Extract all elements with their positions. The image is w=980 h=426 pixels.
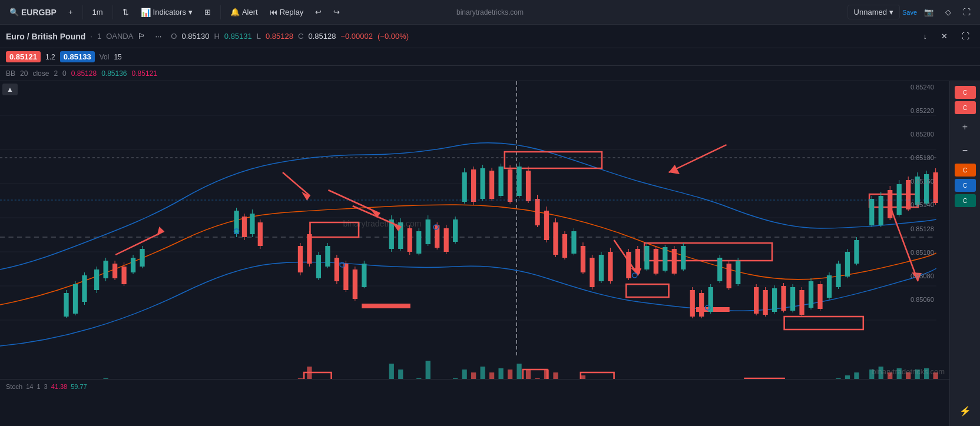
stoch-panel: Stoch 14 1 3 41.38 59.77 [0,379,949,426]
price-bar-right: ↓ ✕ ⛶ [919,29,975,43]
sidebar-bottom: ⚡ [955,400,976,421]
camera-button[interactable]: 📷 [919,5,938,19]
bb-mult: 2 [54,69,58,78]
redo-button[interactable]: ↪ [329,5,345,19]
svg-rect-42 [362,304,410,308]
sidebar-zoom-in[interactable]: + [955,117,976,138]
symbol-search[interactable]: 🔍 EURGBP [5,5,61,19]
fullscreen-button[interactable]: ⛶ [958,5,975,19]
price-bar: Euro / British Pound · 1 OANDA 🏳 ··· O 0… [0,25,980,48]
high-price: 0.85131 [224,32,252,41]
sidebar-orange-btn[interactable]: C [955,164,976,177]
layouts-icon: ⊞ [204,8,211,16]
bb-val3: 0.85121 [132,69,157,78]
sidebar-zoom-out[interactable]: − [955,140,976,161]
bb-bar: BB 20 close 2 0 0.85128 0.85136 0.85121 [0,66,980,81]
more-options-button[interactable]: ··· [150,29,166,43]
low-price: 0.85128 [266,32,293,41]
stoch-d-value: 59.77 [71,383,87,390]
stoch-label: Stoch [6,383,22,390]
price-bar-arrow-down[interactable]: ↓ [919,29,932,43]
maximize-icon: ⛶ [962,32,969,41]
sidebar-top-items: C C + − C C C [955,86,976,207]
flag-icon: 🏳 [138,32,145,41]
separator-3 [220,5,221,19]
vol-value: 15 [114,53,121,61]
save-area: Save [902,9,917,16]
chart-svg [0,81,980,426]
layouts-button[interactable]: ⊞ [200,5,216,19]
sidebar-red-btn-1[interactable]: C [955,86,976,99]
indicator-bar: 0.85121 1.2 0.85133 Vol 15 [0,48,980,66]
separator-2 [112,5,113,19]
fullscreen-icon: ⛶ [963,8,971,16]
publish-button[interactable]: ◇ [941,5,956,19]
h-label: H [214,32,219,41]
lightning-icon: ⚡ [959,405,971,417]
bb-zero: 0 [62,69,67,78]
broker-name: OANDA [106,32,133,41]
collapse-button[interactable]: ▲ [2,84,18,95]
timeframe-button[interactable]: 1m [88,5,108,19]
replay-button[interactable]: ⏮ Replay [265,5,308,19]
alert-icon: 🔔 [230,8,240,16]
price-change-pct: (−0.00%) [378,32,409,41]
add-symbol-button[interactable]: + [64,5,78,19]
stoch-period3: 3 [44,383,48,390]
price-change: −0.00002 [340,32,373,41]
chart-timeframe: 1 [97,32,101,41]
sidebar-blue-btn[interactable]: C [955,179,976,192]
close-price: 0.85128 [308,32,336,41]
publish-icon: ◇ [945,8,951,16]
stoch-k-value: 41.38 [51,383,68,390]
bb-val1: 0.85128 [71,69,97,78]
pair-title: Euro / British Pound [6,32,85,41]
bb-period: 20 [20,69,28,78]
plus-icon: + [962,122,968,132]
sidebar-teal-btn[interactable]: C [955,194,976,207]
current-price-badge: 0.85121 [6,51,41,62]
sidebar-red-btn-2[interactable]: C [955,101,976,114]
open-price: 0.85130 [181,32,209,41]
compare-button[interactable]: ⇅ [118,5,134,19]
chevron-down-icon: ▾ [188,8,193,16]
toolbar-right: Unnamed ▾ Save 📷 ◇ ⛶ [847,5,975,19]
camera-icon: 📷 [924,8,933,16]
close-icon: ✕ [941,32,948,41]
replay-icon: ⏮ [270,8,277,16]
bb-source: close [32,69,49,78]
price2-badge: 0.85133 [60,51,95,62]
chevron-down-icon-2: ▾ [889,8,893,16]
stoch-period1: 14 [26,383,33,390]
search-icon: 🔍 [9,8,19,16]
price-size: 1.2 [45,53,55,61]
bb-val2: 0.85136 [101,69,127,78]
undo-button[interactable]: ↩ [310,5,326,19]
chart-area[interactable]: binarytradetricks.com binarytradetricks.… [0,81,980,426]
right-sidebar: C C + − C C C ⚡ [949,81,980,426]
indicators-button[interactable]: 📊 Indicators ▾ [136,5,197,19]
unnamed-button[interactable]: Unnamed ▾ [847,5,900,19]
sidebar-lightning[interactable]: ⚡ [955,400,976,421]
indicators-icon: 📊 [141,8,151,17]
chevron-up-icon: ▲ [6,85,14,94]
main-toolbar: 🔍 EURGBP + 1m ⇅ 📊 Indicators ▾ ⊞ 🔔 Alert… [0,0,980,25]
symbol-label: EURGBP [21,8,57,17]
toolbar-watermark: binarytradetricks.com [456,8,524,16]
price-bar-close[interactable]: ✕ [936,29,952,43]
price-bar-maximize[interactable]: ⛶ [957,29,974,43]
minus-icon: − [962,145,968,156]
stoch-period2: 1 [37,383,40,390]
separator-1 [82,5,83,19]
o-label: O [171,32,177,41]
redo-icon: ↪ [333,8,340,16]
dot: · [90,32,92,41]
undo-icon: ↩ [315,8,322,16]
alert-button[interactable]: 🔔 Alert [226,5,263,19]
bb-label: BB [6,69,15,78]
l-label: L [257,32,261,41]
compare-icon: ⇅ [122,8,129,16]
vol-label: Vol [100,53,110,61]
arrow-down-icon: ↓ [923,32,928,41]
c-label: C [298,32,303,41]
